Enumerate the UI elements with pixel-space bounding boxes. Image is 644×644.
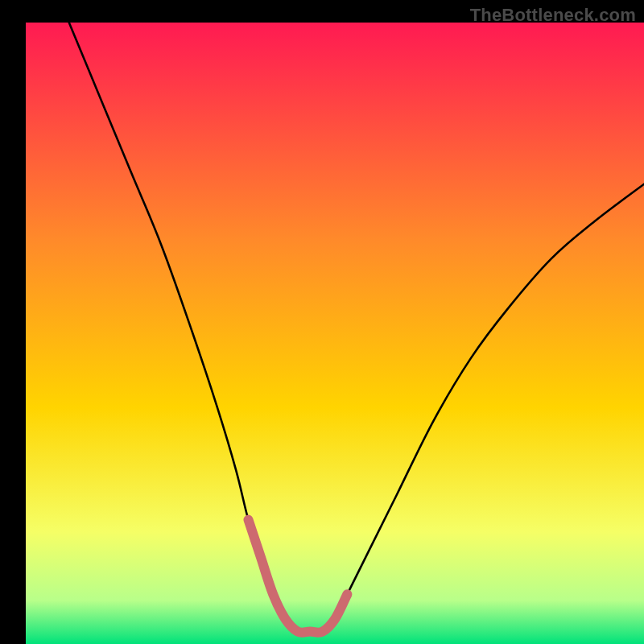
bottleneck-chart xyxy=(0,0,644,644)
chart-frame: TheBottleneck.com xyxy=(0,0,644,644)
watermark-text: TheBottleneck.com xyxy=(470,5,636,26)
gradient-plot-background xyxy=(26,23,644,644)
